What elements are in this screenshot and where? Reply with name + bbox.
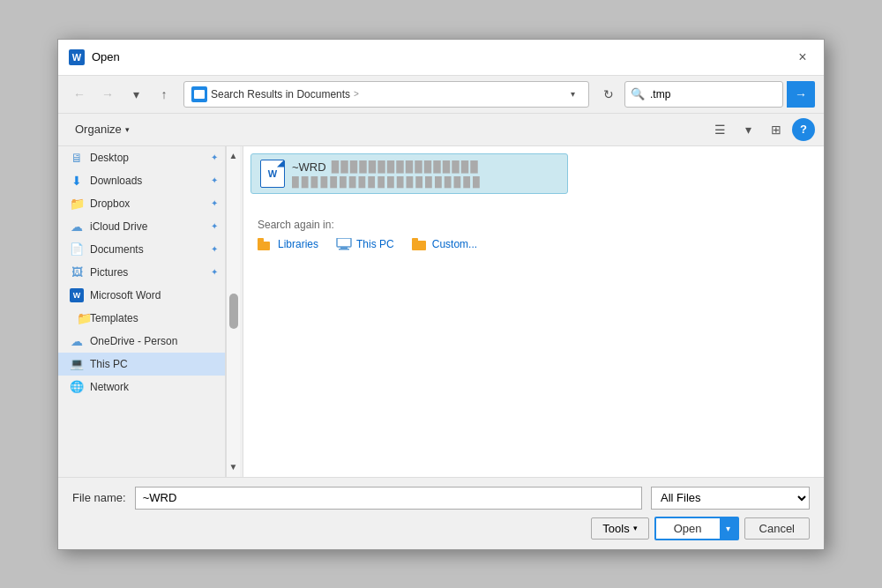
search-input[interactable] xyxy=(650,88,782,100)
sidebar-item-network[interactable]: 🌐 Network xyxy=(58,376,225,398)
word-app-icon: W xyxy=(69,49,85,65)
main-content: W ~WRD ████████████████ ████████████████… xyxy=(243,146,824,477)
search-icon: 🔍 xyxy=(625,87,650,100)
file-name-blurred: ████████████████ xyxy=(332,160,480,173)
pc-icon: 💻 xyxy=(69,356,85,372)
sidebar-item-label: Network xyxy=(90,381,129,393)
svg-rect-1 xyxy=(258,238,264,242)
file-detail-blurred: ████████████████████ xyxy=(292,176,482,187)
file-icon: W xyxy=(260,160,285,188)
file-icon-letter: W xyxy=(268,168,277,179)
breadcrumb-icon xyxy=(191,86,207,102)
view-controls: ☰ ▾ ⊞ ? xyxy=(707,118,815,141)
dialog-title: Open xyxy=(92,50,120,63)
refresh-button[interactable]: ↻ xyxy=(596,82,621,107)
back-button[interactable]: ← xyxy=(67,82,92,107)
sidebar-container: 🖥 Desktop ✦ ⬇ Downloads ✦ 📁 Dropbox ✦ xyxy=(58,146,243,477)
breadcrumb-icon-inner xyxy=(194,90,205,99)
sidebar-item-icloud[interactable]: ☁ iCloud Drive ✦ xyxy=(58,215,225,238)
open-dialog: W Open × ← → ▾ ↑ Search Results in Docum… xyxy=(57,39,825,550)
libraries-label: Libraries xyxy=(278,238,318,250)
sidebar-item-microsoft-word[interactable]: W Microsoft Word xyxy=(58,284,225,307)
open-dropdown-button[interactable]: ▾ xyxy=(720,518,737,539)
forward-button[interactable]: → xyxy=(95,82,120,107)
this-pc-icon-sm xyxy=(336,238,352,250)
file-icon-corner xyxy=(277,160,284,167)
sidebar-item-label: iCloud Drive xyxy=(90,220,147,233)
sidebar-item-label: Documents xyxy=(90,243,144,256)
scroll-down-button[interactable]: ▼ xyxy=(226,459,242,475)
dropdown-button[interactable]: ▾ xyxy=(123,82,148,107)
close-button[interactable]: × xyxy=(792,47,813,68)
sidebar-item-label: Desktop xyxy=(90,152,129,164)
breadcrumb-chevron: > xyxy=(354,89,359,99)
desktop-icon: 🖥 xyxy=(69,150,85,166)
pin-icon: ✦ xyxy=(211,153,218,162)
sidebar-item-documents[interactable]: 📄 Documents ✦ xyxy=(58,238,225,261)
sidebar-scrollbar[interactable]: ▲ ▼ xyxy=(226,146,240,477)
icloud-icon: ☁ xyxy=(69,219,85,234)
sidebar-item-label: Downloads xyxy=(90,175,142,187)
sidebar-item-this-pc[interactable]: 💻 This PC xyxy=(58,353,225,376)
open-button[interactable]: Open xyxy=(656,518,720,539)
pin-icon: ✦ xyxy=(211,267,218,277)
breadcrumb-bar[interactable]: Search Results in Documents > ▾ xyxy=(183,81,589,108)
onedrive-icon: ☁ xyxy=(69,333,85,349)
title-bar-left: W Open xyxy=(69,49,120,65)
file-name: ~WRD xyxy=(292,160,326,174)
filetype-select[interactable]: All Files Word Documents Text Files xyxy=(651,487,810,510)
organize-arrow: ▾ xyxy=(125,125,130,134)
custom-label: Custom... xyxy=(432,238,477,250)
scroll-up-button[interactable]: ▲ xyxy=(226,148,242,164)
sidebar-item-downloads[interactable]: ⬇ Downloads ✦ xyxy=(58,169,225,192)
file-item[interactable]: W ~WRD ████████████████ ████████████████… xyxy=(250,153,568,194)
pin-icon: ✦ xyxy=(211,221,218,231)
search-again-section: Search again in: Libraries xyxy=(250,212,817,257)
view-list-button[interactable]: ☰ xyxy=(707,118,732,141)
templates-icon: 📁 xyxy=(69,310,85,326)
search-again-options: Libraries This PC xyxy=(258,238,810,250)
footer: File name: All Files Word Documents Text… xyxy=(58,477,824,549)
organize-label: Organize xyxy=(75,123,122,136)
documents-icon: 📄 xyxy=(69,242,85,257)
svg-rect-4 xyxy=(339,249,349,250)
content-area: 🖥 Desktop ✦ ⬇ Downloads ✦ 📁 Dropbox ✦ xyxy=(58,146,824,477)
word-icon: W xyxy=(69,287,85,303)
filename-label: File name: xyxy=(72,491,126,504)
pin-icon: ✦ xyxy=(211,198,218,208)
sidebar-item-dropbox[interactable]: 📁 Dropbox ✦ xyxy=(58,192,225,215)
title-bar: W Open × xyxy=(58,40,824,76)
help-button[interactable]: ? xyxy=(792,118,815,141)
network-icon: 🌐 xyxy=(69,379,85,395)
tools-label: Tools xyxy=(602,522,629,535)
tools-button[interactable]: Tools ▾ xyxy=(591,517,648,540)
search-go-button[interactable]: → xyxy=(787,81,815,108)
cancel-button[interactable]: Cancel xyxy=(744,517,810,540)
search-again-custom[interactable]: Custom... xyxy=(412,238,477,250)
scroll-thumb[interactable] xyxy=(229,294,238,329)
sidebar-item-label: Microsoft Word xyxy=(90,289,161,301)
downloads-icon: ⬇ xyxy=(69,173,85,189)
sidebar-item-templates[interactable]: 📁 Templates xyxy=(58,307,225,330)
view-dropdown-button[interactable]: ▾ xyxy=(736,118,760,141)
svg-rect-2 xyxy=(337,238,351,247)
sidebar-item-onedrive[interactable]: ☁ OneDrive - Person xyxy=(58,330,225,353)
pin-icon: ✦ xyxy=(211,175,218,185)
breadcrumb-path: Search Results in Documents xyxy=(211,88,350,100)
svg-rect-6 xyxy=(412,238,418,242)
up-button[interactable]: ↑ xyxy=(152,82,176,107)
organize-button[interactable]: Organize ▾ xyxy=(67,119,138,139)
footer-row2: Tools ▾ Open ▾ Cancel xyxy=(72,517,810,540)
sidebar-item-pictures[interactable]: 🖼 Pictures ✦ xyxy=(58,261,225,284)
open-button-group: Open ▾ xyxy=(654,517,739,540)
breadcrumb-dropdown-button[interactable]: ▾ xyxy=(564,86,581,103)
sidebar-item-desktop[interactable]: 🖥 Desktop ✦ xyxy=(58,146,225,169)
pin-icon: ✦ xyxy=(211,244,218,254)
search-again-libraries[interactable]: Libraries xyxy=(258,238,318,250)
search-again-this-pc[interactable]: This PC xyxy=(336,238,394,250)
svg-rect-5 xyxy=(412,241,426,250)
search-again-label: Search again in: xyxy=(258,219,810,231)
filename-input[interactable] xyxy=(135,487,642,510)
tools-arrow: ▾ xyxy=(633,524,638,532)
view-panel-button[interactable]: ⊞ xyxy=(764,118,789,141)
